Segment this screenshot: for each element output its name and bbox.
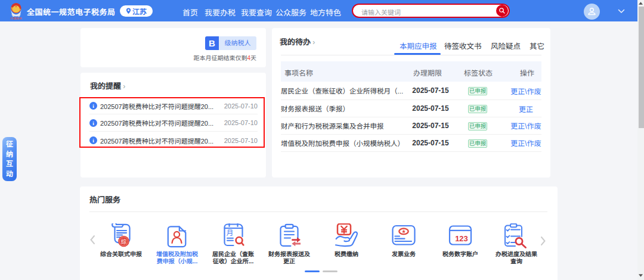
svg-text:综: 综 <box>121 237 127 245</box>
svg-text:中国税务: 中国税务 <box>10 16 22 20</box>
svg-text:123: 123 <box>455 234 468 243</box>
svg-text:月: 月 <box>226 227 233 237</box>
